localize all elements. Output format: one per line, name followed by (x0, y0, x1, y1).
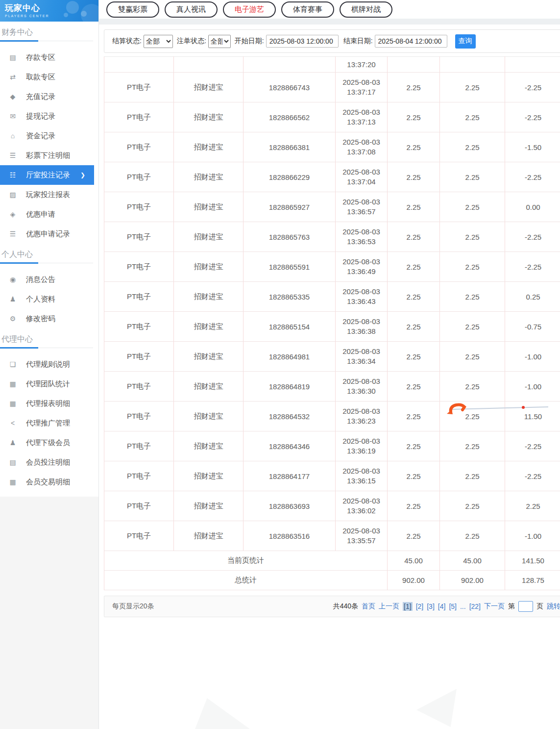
cell-venue: PT电子 (104, 431, 174, 461)
sidebar-item[interactable]: ▦代理报表明细 (0, 394, 98, 413)
end-date-input[interactable] (375, 35, 447, 48)
sidebar-item[interactable]: ♟个人资料 (0, 289, 98, 309)
cell-bet-amount: 2.25 (388, 491, 440, 521)
pagination-controls: 共440条首页上一页[1][2][3][4][5]...[22]下一页第页跳转 (333, 601, 560, 612)
sidebar-item[interactable]: ✉提现记录 (0, 106, 98, 126)
end-date-label: 结束日期: (343, 37, 373, 46)
sidebar-item-label: 优惠申请记录 (26, 229, 70, 239)
bets-table: 13:37:20PT电子招财进宝18288667432025-08-0313:3… (104, 56, 560, 590)
cell-venue: PT电子 (104, 372, 174, 402)
section-rule (0, 40, 93, 42)
table-row: PT电子招财进宝18288643462025-08-0313:36:192.25… (104, 431, 560, 461)
person-icon: ♟ (8, 295, 18, 303)
sidebar-item[interactable]: ☰优惠申请记录 (0, 224, 98, 244)
withdrawal-record-icon: ✉ (8, 112, 18, 120)
promo-apply-icon: ◈ (8, 210, 18, 218)
first-page-link[interactable]: 首页 (362, 602, 375, 611)
cell-win-loss: 11.50 (505, 402, 560, 431)
cell-order-no: 1828865154 (243, 312, 336, 342)
order-status-label: 注单状态: (177, 37, 206, 46)
cell-valid-bet: 2.25 (440, 102, 505, 132)
next-page-link[interactable]: 下一页 (484, 602, 505, 611)
controller-decoration (64, 13, 68, 17)
cell-venue: PT电子 (104, 73, 174, 102)
sidebar-item[interactable]: ◉消息公告 (0, 270, 98, 289)
order-status-select[interactable]: 全部 (208, 35, 231, 48)
page-link[interactable]: [1] (403, 602, 413, 611)
query-button[interactable]: 查询 (455, 34, 476, 49)
sidebar-item[interactable]: <代理推广管理 (0, 413, 98, 433)
sidebar-item[interactable]: ▤存款专区 (0, 48, 98, 67)
game-category-tab[interactable]: 体育赛事 (281, 1, 334, 18)
game-category-tab[interactable]: 棋牌对战 (340, 1, 392, 18)
last-page-link[interactable]: [22] (469, 603, 481, 610)
sidebar-item[interactable]: ▦会员交易明细 (0, 472, 98, 492)
sidebar-item[interactable]: ◆充值记录 (0, 87, 98, 106)
sidebar-section-list: ◉消息公告♟个人资料⚙修改密码 (0, 264, 98, 328)
sidebar-item-label: 厅室投注记录 (26, 171, 70, 180)
cell-game: 招财进宝 (174, 73, 243, 102)
summary-win-loss: 128.75 (505, 571, 560, 590)
sidebar-item-label: 彩票下注明细 (26, 151, 70, 160)
settle-status-select[interactable]: 全部 (144, 35, 173, 48)
cell-venue: PT电子 (104, 312, 174, 342)
game-category-tab[interactable]: 电子游艺 (223, 1, 276, 18)
sidebar-item[interactable]: ▨玩家投注报表 (0, 185, 98, 204)
sidebar-item[interactable]: ⇄取款专区 (0, 67, 98, 87)
cell-bet-amount: 2.25 (388, 192, 440, 222)
report-detail-icon: ▦ (8, 400, 18, 407)
sidebar-item[interactable]: ⚙修改密码 (0, 309, 98, 328)
sidebar-item[interactable]: ♟代理下级会员 (0, 433, 98, 452)
jump-button[interactable]: 跳转 (547, 602, 560, 611)
sidebar-item[interactable]: ⌂资金记录 (0, 126, 98, 146)
cell-bet-amount: 2.25 (388, 102, 440, 132)
cell-venue: PT电子 (104, 342, 174, 372)
sidebar-item-label: 会员交易明细 (26, 478, 70, 487)
total-count-label: 共440条 (333, 602, 358, 611)
player-bet-report-icon: ▨ (8, 191, 18, 199)
sidebar-item-label: 修改密码 (26, 314, 55, 324)
deposit-icon: ▤ (8, 53, 18, 61)
sidebar-section-title: 财务中心 (0, 22, 98, 40)
table-row: PT电子招财进宝18288636932025-08-0313:36:022.25… (104, 491, 560, 521)
sidebar-header: 玩家中心 PLAYERS CENTER (0, 0, 98, 22)
page-link[interactable]: [4] (438, 603, 446, 610)
sidebar-item[interactable]: ▤会员投注明细 (0, 452, 98, 472)
page-link[interactable]: [3] (427, 603, 435, 610)
sidebar-item[interactable]: ◈优惠申请 (0, 204, 98, 224)
sidebar-item[interactable]: ❏代理规则说明 (0, 354, 98, 374)
cell-valid-bet: 2.25 (440, 402, 505, 431)
member-trade-detail-icon: ▦ (8, 478, 18, 486)
cell-game: 招财进宝 (174, 491, 243, 521)
sidebar-item[interactable]: ▦代理团队统计 (0, 374, 98, 394)
member-bet-detail-icon: ▤ (8, 458, 18, 466)
prev-page-link[interactable]: 上一页 (379, 602, 399, 611)
sidebar-item[interactable]: ☷厅室投注记录❯ (0, 165, 94, 185)
cell-venue: PT电子 (104, 282, 174, 312)
table-row: PT电子招财进宝18288657632025-08-0313:36:532.25… (104, 222, 560, 252)
game-category-tab[interactable]: 雙赢彩票 (106, 1, 159, 18)
page-link[interactable]: [5] (449, 603, 457, 610)
cell-venue: PT电子 (104, 222, 174, 252)
cell-valid-bet: 2.25 (440, 521, 505, 551)
cell-order-no: 1828864177 (243, 461, 336, 491)
table-row: PT电子招财进宝18288649812025-08-0313:36:342.25… (104, 342, 560, 372)
jump-page-input[interactable] (518, 601, 533, 612)
cell-valid-bet: 2.25 (440, 372, 505, 402)
page-link[interactable]: [2] (416, 603, 424, 610)
sidebar-item-label: 存款专区 (26, 53, 55, 62)
game-category-tab[interactable]: 真人视讯 (165, 1, 218, 18)
cell-valid-bet: 2.25 (440, 73, 505, 102)
start-date-input[interactable] (266, 35, 339, 48)
cell-order (243, 57, 336, 73)
cell-order-no: 1828864981 (243, 342, 336, 372)
cell-order-no: 1828865335 (243, 282, 336, 312)
cell-valid-bet: 2.25 (440, 461, 505, 491)
sidebar-item[interactable]: ☰彩票下注明细 (0, 146, 98, 165)
cell-game (174, 57, 243, 73)
withdraw-icon: ⇄ (8, 73, 18, 81)
cell-venue: PT电子 (104, 162, 174, 192)
cell-win-loss: -1.50 (505, 132, 560, 162)
sidebar-nav: 财务中心▤存款专区⇄取款专区◆充值记录✉提现记录⌂资金记录☰彩票下注明细☷厅室投… (0, 22, 98, 497)
cell-order-no: 1828865591 (243, 252, 336, 282)
